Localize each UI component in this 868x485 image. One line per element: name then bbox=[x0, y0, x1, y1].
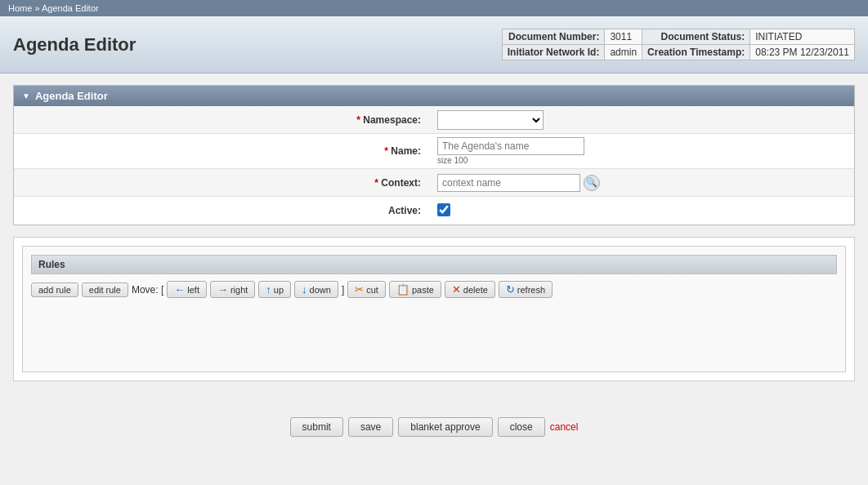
paste-label: paste bbox=[412, 285, 434, 295]
breadcrumb-current: Agenda Editor bbox=[42, 3, 99, 13]
name-row: * Name: size 100 bbox=[14, 134, 854, 169]
active-checkbox[interactable] bbox=[437, 203, 450, 216]
rules-content-area bbox=[31, 298, 837, 363]
footer-actions: submit save blanket approve close cancel bbox=[0, 404, 868, 450]
move-down-label: down bbox=[310, 285, 331, 295]
cut-button[interactable]: ✂ cut bbox=[347, 281, 386, 298]
breadcrumb-home-link[interactable]: Home bbox=[8, 3, 32, 13]
move-left-button[interactable]: ← left bbox=[167, 281, 207, 298]
delete-label: delete bbox=[463, 285, 488, 295]
move-label: Move: [ bbox=[132, 284, 163, 296]
delete-icon: ✕ bbox=[452, 283, 461, 296]
up-arrow-icon: ↑ bbox=[266, 283, 271, 296]
document-info-table: Document Number: 3011 Document Status: I… bbox=[502, 29, 855, 60]
down-arrow-icon: ↓ bbox=[302, 283, 307, 296]
page-header: Agenda Editor Document Number: 3011 Docu… bbox=[0, 16, 868, 73]
namespace-field bbox=[431, 107, 854, 133]
context-input[interactable] bbox=[437, 174, 580, 192]
namespace-required-star: * bbox=[356, 114, 363, 126]
breadcrumb-separator: » bbox=[34, 3, 39, 13]
move-down-button[interactable]: ↓ down bbox=[294, 281, 338, 298]
creation-label: Creation Timestamp: bbox=[642, 45, 750, 60]
right-arrow-icon: → bbox=[217, 283, 228, 296]
context-search-button[interactable]: 🔍 bbox=[584, 175, 600, 191]
move-right-button[interactable]: → right bbox=[210, 281, 255, 298]
cut-icon: ✂ bbox=[355, 283, 364, 296]
breadcrumb: Home » Agenda Editor bbox=[0, 0, 868, 16]
doc-number-value: 3011 bbox=[605, 29, 642, 45]
creation-value: 08:23 PM 12/23/2011 bbox=[750, 45, 855, 60]
save-button[interactable]: save bbox=[348, 417, 393, 437]
paste-icon: 📋 bbox=[396, 283, 409, 296]
cancel-link[interactable]: cancel bbox=[550, 421, 579, 433]
delete-button[interactable]: ✕ delete bbox=[445, 281, 495, 298]
agenda-editor-section-title: Agenda Editor bbox=[35, 90, 108, 102]
add-rule-label: add rule bbox=[38, 285, 71, 295]
agenda-editor-panel: ▼ Agenda Editor * Namespace: * Name: siz… bbox=[13, 85, 855, 225]
agenda-editor-header[interactable]: ▼ Agenda Editor bbox=[14, 86, 854, 106]
refresh-label: refresh bbox=[517, 285, 545, 295]
namespace-row: * Namespace: bbox=[14, 106, 854, 134]
rules-header: Rules bbox=[31, 255, 837, 274]
refresh-button[interactable]: ↻ refresh bbox=[499, 281, 553, 298]
move-up-label: up bbox=[274, 285, 284, 295]
name-field: size 100 bbox=[431, 134, 854, 168]
doc-number-label: Document Number: bbox=[502, 29, 605, 45]
search-icon: 🔍 bbox=[584, 175, 600, 191]
cut-label: cut bbox=[366, 285, 378, 295]
move-right-label: right bbox=[230, 285, 248, 295]
add-rule-button[interactable]: add rule bbox=[31, 283, 78, 297]
edit-rule-button[interactable]: edit rule bbox=[82, 283, 128, 297]
initiator-value: admin bbox=[605, 45, 642, 60]
move-up-button[interactable]: ↑ up bbox=[258, 281, 291, 298]
rules-panel: Rules add rule edit rule Move: [ ← left … bbox=[13, 237, 855, 381]
collapse-arrow-icon: ▼ bbox=[22, 91, 30, 100]
name-label: * Name: bbox=[14, 145, 431, 157]
close-button[interactable]: close bbox=[498, 417, 545, 437]
initiator-label: Initiator Network Id: bbox=[502, 45, 605, 60]
edit-rule-label: edit rule bbox=[89, 285, 121, 295]
doc-status-label: Document Status: bbox=[642, 29, 750, 45]
refresh-icon: ↻ bbox=[506, 283, 515, 296]
active-label: Active: bbox=[14, 205, 431, 216]
submit-button[interactable]: submit bbox=[290, 417, 343, 437]
name-hint: size 100 bbox=[437, 156, 848, 165]
doc-status-value: INITIATED bbox=[750, 29, 855, 45]
namespace-label: * Namespace: bbox=[14, 114, 431, 126]
context-label: * Context: bbox=[14, 177, 431, 189]
page-title: Agenda Editor bbox=[13, 34, 136, 56]
rules-inner: Rules add rule edit rule Move: [ ← left … bbox=[22, 246, 846, 372]
blanket-approve-button[interactable]: blanket approve bbox=[398, 417, 492, 437]
active-field bbox=[431, 200, 854, 222]
context-row: * Context: 🔍 bbox=[14, 169, 854, 197]
namespace-select[interactable] bbox=[437, 110, 544, 130]
name-input[interactable] bbox=[437, 137, 584, 155]
active-row: Active: bbox=[14, 197, 854, 225]
rules-toolbar: add rule edit rule Move: [ ← left → righ… bbox=[31, 281, 837, 298]
context-field: 🔍 bbox=[431, 171, 854, 195]
paste-button[interactable]: 📋 paste bbox=[389, 281, 441, 298]
left-arrow-icon: ← bbox=[174, 283, 185, 296]
move-close-bracket: ] bbox=[342, 284, 344, 296]
main-content: ▼ Agenda Editor * Namespace: * Name: siz… bbox=[0, 73, 868, 404]
move-left-label: left bbox=[187, 285, 199, 295]
